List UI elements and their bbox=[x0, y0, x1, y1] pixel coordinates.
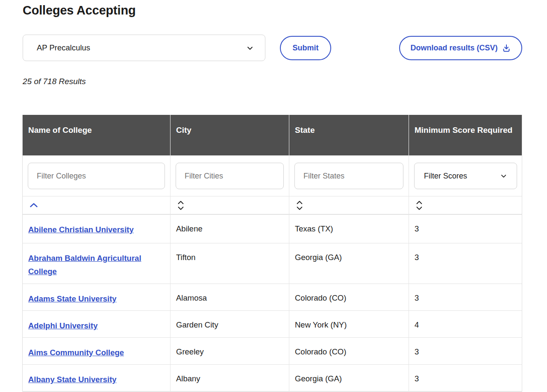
filter-scores-select[interactable]: Filter Scores bbox=[414, 163, 517, 189]
course-dropdown[interactable]: AP Precalculus bbox=[23, 35, 265, 61]
college-link[interactable]: Abraham Baldwin Agricultural College bbox=[28, 254, 141, 276]
sort-city-button[interactable] bbox=[176, 199, 185, 212]
college-link[interactable]: Abilene Christian University bbox=[28, 225, 134, 234]
course-dropdown-value: AP Precalculus bbox=[23, 43, 90, 53]
table-header-row: Name of College City State Minimum Score… bbox=[23, 115, 522, 155]
results-summary: 25 of 718 Results bbox=[23, 77, 86, 86]
state-cell: Colorado (CO) bbox=[289, 284, 409, 310]
table-filter-row: Filter Scores bbox=[23, 155, 522, 196]
min-score-cell: 3 bbox=[409, 243, 522, 284]
table-row: Adelphi University Garden City New York … bbox=[23, 310, 522, 337]
table-row: Aims Community College Greeley Colorado … bbox=[23, 337, 522, 364]
filter-scores-value: Filter Scores bbox=[415, 172, 467, 181]
sort-unsorted-icon bbox=[416, 206, 423, 212]
download-csv-label: Download results (CSV) bbox=[410, 44, 497, 53]
column-header-min-score: Minimum Score Required bbox=[409, 115, 522, 155]
download-icon bbox=[502, 44, 511, 53]
city-cell: Abilene bbox=[170, 214, 289, 243]
table-row: Albany State University Albany Georgia (… bbox=[23, 364, 522, 391]
college-link[interactable]: Adelphi University bbox=[28, 321, 97, 330]
chevron-down-icon bbox=[500, 173, 507, 181]
filter-cities-input[interactable] bbox=[176, 163, 284, 189]
column-header-college: Name of College bbox=[23, 115, 170, 155]
state-cell: New York (NY) bbox=[289, 310, 409, 337]
sort-ascending-icon bbox=[29, 203, 38, 209]
state-cell: Georgia (GA) bbox=[289, 364, 409, 391]
min-score-cell: 4 bbox=[409, 310, 522, 337]
min-score-cell: 3 bbox=[409, 364, 522, 391]
city-cell: Garden City bbox=[170, 310, 289, 337]
college-link[interactable]: Aims Community College bbox=[28, 348, 124, 357]
min-score-cell: 3 bbox=[409, 284, 522, 310]
sort-unsorted-icon bbox=[296, 206, 303, 212]
sort-college-button[interactable] bbox=[29, 202, 39, 209]
table-row: Abraham Baldwin Agricultural College Tif… bbox=[23, 243, 522, 284]
city-cell: Tifton bbox=[170, 243, 289, 284]
sort-state-button[interactable] bbox=[295, 199, 304, 212]
download-csv-button[interactable]: Download results (CSV) bbox=[399, 36, 522, 60]
state-cell: Georgia (GA) bbox=[289, 243, 409, 284]
column-header-city: City bbox=[170, 115, 289, 155]
min-score-cell: 3 bbox=[409, 214, 522, 243]
state-cell: Colorado (CO) bbox=[289, 337, 409, 364]
sort-unsorted-icon bbox=[177, 206, 184, 212]
table-row: Adams State University Alamosa Colorado … bbox=[23, 284, 522, 310]
city-cell: Greeley bbox=[170, 337, 289, 364]
page-title: Colleges Accepting bbox=[23, 3, 135, 18]
table-sort-row bbox=[23, 196, 522, 214]
sort-min-score-button[interactable] bbox=[415, 199, 423, 212]
city-cell: Alamosa bbox=[170, 284, 289, 310]
filter-states-input[interactable] bbox=[294, 163, 403, 189]
chevron-down-icon bbox=[246, 44, 254, 54]
min-score-cell: 3 bbox=[409, 337, 522, 364]
column-header-state: State bbox=[289, 115, 409, 155]
city-cell: Albany bbox=[170, 364, 289, 391]
table-row: Abilene Christian University Abilene Tex… bbox=[23, 214, 522, 243]
submit-button[interactable]: Submit bbox=[280, 36, 331, 60]
college-link[interactable]: Adams State University bbox=[28, 294, 117, 303]
filter-colleges-input[interactable] bbox=[28, 163, 165, 189]
state-cell: Texas (TX) bbox=[289, 214, 409, 243]
college-link[interactable]: Albany State University bbox=[28, 375, 117, 384]
colleges-table: Name of College City State Minimum Score… bbox=[22, 115, 522, 392]
